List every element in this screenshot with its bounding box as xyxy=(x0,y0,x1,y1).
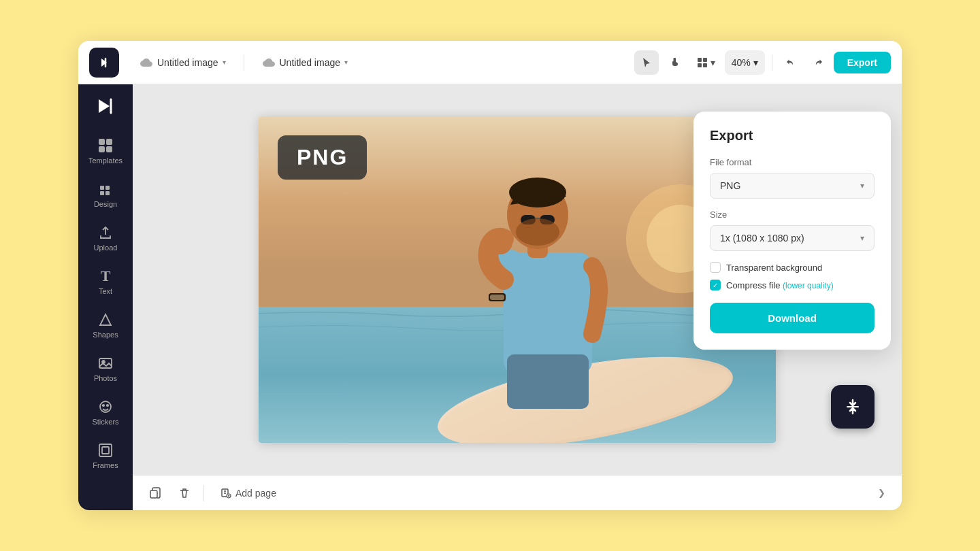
cloud-icon-2 xyxy=(262,56,276,69)
delete-page-button[interactable] xyxy=(174,482,195,504)
header-tab-1[interactable]: Untitled image ▾ xyxy=(133,52,233,73)
svg-rect-2 xyxy=(703,58,707,62)
file-format-label: File format xyxy=(710,157,875,167)
capcut-logo-icon xyxy=(96,97,115,116)
png-badge: PNG xyxy=(278,135,367,180)
zoom-value: 40% xyxy=(732,57,751,68)
sidebar-item-stickers[interactable]: Stickers xyxy=(82,392,129,433)
hand-tool-button[interactable] xyxy=(663,50,687,75)
svg-rect-13 xyxy=(100,186,104,190)
compress-sublabel: (lower quality) xyxy=(783,281,834,290)
sidebar-item-upload[interactable]: Upload xyxy=(82,218,129,258)
sidebar-label-templates: Templates xyxy=(88,156,122,165)
tools-divider xyxy=(772,54,772,71)
templates-icon xyxy=(97,137,114,154)
svg-rect-3 xyxy=(698,63,702,67)
layout-chevron: ▾ xyxy=(710,57,715,68)
export-panel: Export File format PNG ▾ Size 1x (1080 x… xyxy=(693,112,891,350)
svg-rect-9 xyxy=(99,146,105,152)
sidebar-logo xyxy=(92,93,119,120)
file-format-select[interactable]: PNG ▾ xyxy=(710,173,875,199)
compress-fab-button[interactable] xyxy=(831,385,875,429)
svg-rect-41 xyxy=(507,354,589,409)
compress-fab-icon xyxy=(840,395,865,419)
size-label: Size xyxy=(710,210,875,220)
sidebar-label-shapes: Shapes xyxy=(93,331,118,339)
sidebar: Templates Design xyxy=(78,84,133,510)
transparent-bg-label: Transparent background xyxy=(726,263,822,273)
svg-rect-22 xyxy=(102,447,109,454)
sidebar-label-design: Design xyxy=(94,200,117,208)
size-select[interactable]: 1x (1080 x 1080 px) ▾ xyxy=(710,225,875,251)
upload-icon xyxy=(97,224,114,241)
compress-file-row: ✓ Compress file (lower quality) xyxy=(710,280,875,290)
sidebar-label-stickers: Stickers xyxy=(92,418,118,426)
tab-2-label: Untitled image xyxy=(280,57,341,68)
svg-rect-4 xyxy=(703,63,707,67)
svg-rect-40 xyxy=(490,295,504,300)
svg-marker-5 xyxy=(99,99,110,113)
pointer-tool-button[interactable] xyxy=(634,50,659,75)
svg-point-31 xyxy=(488,230,512,254)
tab-1-label: Untitled image xyxy=(157,57,218,68)
file-format-group: File format PNG ▾ xyxy=(710,157,875,199)
photos-icon xyxy=(97,355,114,371)
add-page-button[interactable]: Add page xyxy=(212,484,284,503)
zoom-chevron: ▾ xyxy=(753,57,758,68)
frames-icon xyxy=(97,442,114,458)
svg-rect-14 xyxy=(105,186,110,190)
header-tools: ▾ 40% ▾ Export xyxy=(634,50,891,75)
app-window: Untitled image ▾ Untitled image ▾ xyxy=(78,41,902,510)
export-button[interactable]: Export xyxy=(834,52,891,73)
sidebar-item-design[interactable]: Design xyxy=(82,174,129,215)
sidebar-item-text[interactable]: T Text xyxy=(82,261,129,302)
scroll-right-button[interactable]: ❯ xyxy=(872,484,891,503)
svg-rect-16 xyxy=(99,358,112,368)
redo-button[interactable] xyxy=(805,50,830,75)
stickers-icon xyxy=(97,399,114,415)
app-logo xyxy=(89,48,119,78)
svg-rect-12 xyxy=(105,191,110,195)
sidebar-item-frames[interactable]: Frames xyxy=(82,435,129,476)
svg-rect-21 xyxy=(99,444,112,456)
svg-rect-11 xyxy=(100,191,104,195)
sidebar-label-frames: Frames xyxy=(93,461,118,469)
svg-rect-10 xyxy=(106,146,112,152)
svg-point-19 xyxy=(103,405,104,406)
tab-1-chevron: ▾ xyxy=(223,59,226,66)
svg-point-20 xyxy=(107,405,108,406)
svg-rect-7 xyxy=(99,139,105,145)
undo-redo-group xyxy=(779,50,830,75)
sidebar-label-text: Text xyxy=(99,287,112,295)
file-format-value: PNG xyxy=(720,180,860,191)
svg-rect-8 xyxy=(106,139,112,145)
header-tab-divider xyxy=(244,54,244,71)
header: Untitled image ▾ Untitled image ▾ xyxy=(78,41,902,84)
shapes-icon xyxy=(97,312,114,328)
download-button[interactable]: Download xyxy=(710,303,875,333)
sidebar-item-photos[interactable]: Photos xyxy=(82,348,129,389)
compress-file-checkbox[interactable]: ✓ xyxy=(710,280,721,290)
bottom-bar-divider xyxy=(203,485,204,501)
canvas-area: PNG Export File format PNG ▾ Size xyxy=(133,84,902,510)
sidebar-label-photos: Photos xyxy=(94,374,117,382)
size-chevron: ▾ xyxy=(860,233,864,243)
transparent-bg-checkbox[interactable] xyxy=(710,262,721,273)
layout-tool-button[interactable]: ▾ xyxy=(691,50,721,75)
design-icon xyxy=(97,181,114,197)
export-panel-title: Export xyxy=(710,128,875,144)
canvas-workspace[interactable]: PNG Export File format PNG ▾ Size xyxy=(133,84,902,475)
sidebar-label-upload: Upload xyxy=(94,244,118,252)
file-format-chevron: ▾ xyxy=(860,181,864,190)
zoom-control-button[interactable]: 40% ▾ xyxy=(725,50,765,75)
size-value: 1x (1080 x 1080 px) xyxy=(720,233,860,244)
transparent-bg-row: Transparent background xyxy=(710,262,875,273)
compress-file-label: Compress file (lower quality) xyxy=(726,280,834,290)
sidebar-item-templates[interactable]: Templates xyxy=(82,131,129,171)
sidebar-item-shapes[interactable]: Shapes xyxy=(82,305,129,346)
undo-button[interactable] xyxy=(779,50,804,75)
svg-rect-43 xyxy=(150,490,157,498)
header-tab-2[interactable]: Untitled image ▾ xyxy=(255,52,355,73)
duplicate-page-button[interactable] xyxy=(144,482,165,504)
add-page-label: Add page xyxy=(235,488,276,499)
